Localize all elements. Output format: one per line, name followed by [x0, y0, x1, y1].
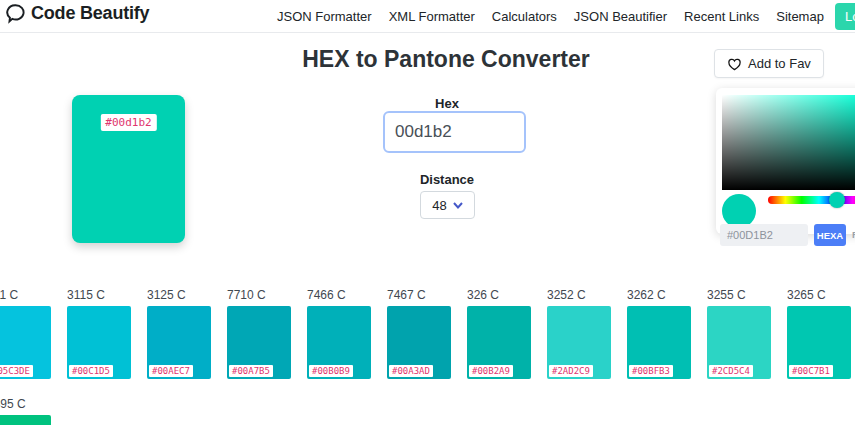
nav-item-json-formatter[interactable]: JSON Formatter — [277, 9, 372, 24]
pantone-swatch[interactable]: #00A3AD — [387, 306, 451, 379]
pantone-swatch[interactable]: #00A7B5 — [227, 306, 291, 379]
pantone-swatch[interactable]: #00AEC7 — [147, 306, 211, 379]
pantone-swatch[interactable]: #05C3DE — [0, 306, 51, 379]
pantone-swatch[interactable]: #2AD2C9 — [547, 306, 611, 379]
pantone-result-cell: 3255 C#2CD5C4 — [707, 288, 771, 379]
pantone-name: 3395 C — [0, 397, 51, 411]
pantone-name: 7467 C — [387, 288, 451, 302]
pantone-hex-chip: #00BFB3 — [629, 365, 673, 377]
nav-item-calculators[interactable]: Calculators — [492, 9, 557, 24]
pantone-result-cell: 3252 C#2AD2C9 — [547, 288, 611, 379]
pantone-name: 326 C — [467, 288, 531, 302]
nav-item-recent-links[interactable]: Recent Links — [684, 9, 759, 24]
logo-text: Code Beautify — [31, 3, 149, 24]
top-nav: JSON FormatterXML FormatterCalculatorsJS… — [277, 0, 855, 32]
hex-field-label: Hex — [397, 96, 497, 111]
pantone-swatch[interactable]: #00C1D5 — [67, 306, 131, 379]
pantone-swatch[interactable]: #00B0B9 — [307, 306, 371, 379]
login-button[interactable]: Login — [835, 3, 855, 30]
pantone-result-cell: 7467 C#00A3AD — [387, 288, 451, 379]
pantone-hex-chip: #00A3AD — [389, 365, 433, 377]
distance-select[interactable]: 48 — [420, 191, 475, 219]
pantone-swatch[interactable]: #00BFB3 — [627, 306, 691, 379]
pantone-hex-chip: #00AEC7 — [149, 365, 193, 377]
nav-item-xml-formatter[interactable]: XML Formatter — [389, 9, 475, 24]
source-color-swatch: #00d1b2 — [72, 95, 185, 243]
add-to-fav-button[interactable]: Add to Fav — [714, 49, 824, 78]
chevron-down-icon — [453, 202, 463, 209]
pantone-hex-chip: #00C7B1 — [789, 365, 833, 377]
nav-item-sitemap[interactable]: Sitemap — [776, 9, 824, 24]
pantone-hex-chip: #05C3DE — [0, 365, 33, 377]
source-hex-chip: #00d1b2 — [100, 114, 156, 131]
pantone-hex-chip: #2AD2C9 — [549, 365, 593, 377]
pantone-results-row: 311 C#05C3DE3115 C#00C1D53125 C#00AEC777… — [0, 288, 851, 379]
pantone-hex-chip: #00C1D5 — [69, 365, 113, 377]
header: Code Beautify JSON FormatterXML Formatte… — [0, 0, 855, 33]
pantone-result-cell: 3395 C#00C27F — [0, 397, 51, 425]
color-preview-circle — [722, 194, 756, 228]
pantone-swatch[interactable]: #00C7B1 — [787, 306, 851, 379]
add-to-fav-label: Add to Fav — [748, 56, 811, 71]
hue-slider[interactable] — [768, 196, 855, 204]
hue-slider-handle[interactable] — [829, 192, 845, 208]
pantone-name: 7710 C — [227, 288, 291, 302]
page-title: HEX to Pantone Converter — [246, 46, 646, 73]
pantone-result-cell: 7710 C#00A7B5 — [227, 288, 291, 379]
pantone-swatch[interactable]: #2CD5C4 — [707, 306, 771, 379]
pantone-name: 3125 C — [147, 288, 211, 302]
heart-icon — [727, 57, 742, 71]
pantone-hex-chip: #00B0B9 — [309, 365, 353, 377]
pantone-result-cell: 326 C#00B2A9 — [467, 288, 531, 379]
pantone-name: 3255 C — [707, 288, 771, 302]
pantone-result-cell: 3265 C#00C7B1 — [787, 288, 851, 379]
distance-selected-value: 48 — [432, 198, 446, 213]
pantone-result-cell: 3262 C#00BFB3 — [627, 288, 691, 379]
pantone-hex-chip: #00B2A9 — [469, 365, 513, 377]
speech-bubble-logo-icon — [6, 3, 27, 24]
saturation-gradient-area[interactable] — [722, 95, 855, 190]
nav-item-json-beautifier[interactable]: JSON Beautifier — [574, 9, 667, 24]
pantone-name: 311 C — [0, 288, 51, 302]
logo[interactable]: Code Beautify — [6, 3, 149, 24]
pantone-result-cell: 3115 C#00C1D5 — [67, 288, 131, 379]
pantone-result-cell: 311 C#05C3DE — [0, 288, 51, 379]
pantone-swatch[interactable]: #00C27F — [0, 415, 51, 425]
pantone-name: 3265 C — [787, 288, 851, 302]
hexa-format-button[interactable]: HEXA — [814, 224, 846, 246]
pantone-name: 3262 C — [627, 288, 691, 302]
pantone-name: 7466 C — [307, 288, 371, 302]
pantone-result-cell: 3125 C#00AEC7 — [147, 288, 211, 379]
pantone-swatch[interactable]: #00B2A9 — [467, 306, 531, 379]
distance-field-label: Distance — [397, 172, 497, 187]
hex-input[interactable] — [383, 111, 526, 153]
pantone-name: 3252 C — [547, 288, 611, 302]
pantone-results-row-2: 3395 C#00C27F — [0, 397, 51, 425]
pantone-hex-chip: #00A7B5 — [229, 365, 273, 377]
pantone-hex-chip: #2CD5C4 — [709, 365, 753, 377]
pantone-result-cell: 7466 C#00B0B9 — [307, 288, 371, 379]
picker-hex-value[interactable]: #00D1B2 — [720, 224, 808, 246]
pantone-name: 3115 C — [67, 288, 131, 302]
color-picker-panel: #00D1B2 HEXA RGBA — [716, 88, 855, 234]
